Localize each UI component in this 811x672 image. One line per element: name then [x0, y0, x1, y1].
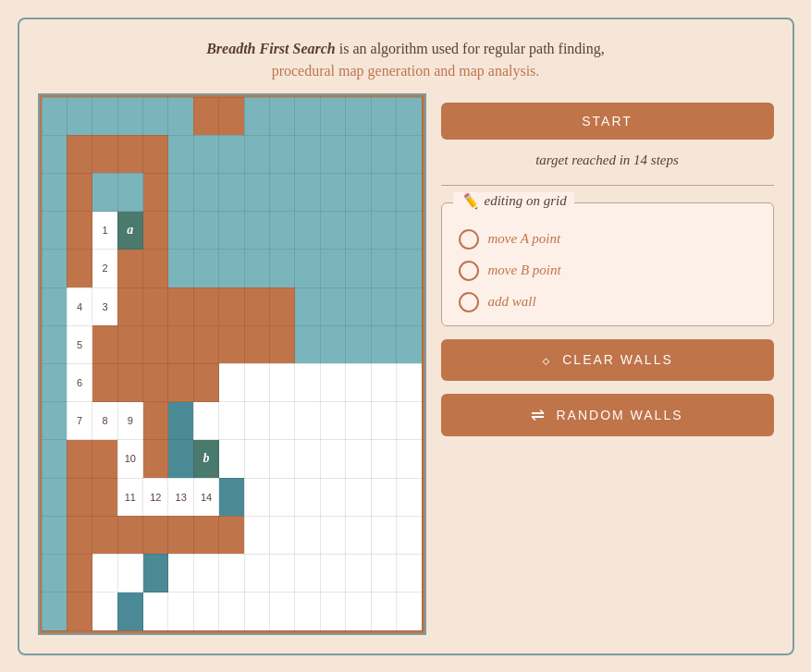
grid-cell[interactable]: [42, 250, 67, 287]
grid-cell-13[interactable]: 13: [168, 478, 193, 516]
radio-circle-b[interactable]: [459, 261, 479, 281]
grid-cell[interactable]: [117, 173, 142, 211]
grid-cell[interactable]: [67, 516, 92, 554]
grid-cell[interactable]: [42, 478, 67, 516]
grid-cell[interactable]: [193, 173, 218, 211]
grid-cell[interactable]: [92, 325, 117, 363]
grid-cell[interactable]: [67, 250, 92, 287]
grid-cell[interactable]: [396, 554, 422, 592]
grid-cell[interactable]: [168, 212, 193, 250]
grid-cell[interactable]: [219, 212, 244, 250]
grid-cell[interactable]: [396, 516, 422, 554]
grid-cell[interactable]: [270, 250, 295, 287]
grid-cell[interactable]: [168, 440, 193, 478]
grid-cell[interactable]: [295, 325, 320, 363]
grid-cell[interactable]: [371, 593, 396, 630]
grid-cell[interactable]: [371, 363, 396, 401]
grid-cell[interactable]: [295, 97, 320, 135]
grid-cell[interactable]: [346, 516, 371, 554]
grid-cell[interactable]: [143, 363, 168, 401]
grid-cell[interactable]: [346, 554, 371, 592]
grid-cell[interactable]: [270, 593, 295, 630]
grid-cell[interactable]: [295, 554, 320, 592]
grid-cell[interactable]: [295, 363, 320, 401]
grid-cell[interactable]: [193, 287, 218, 325]
grid-cell[interactable]: [270, 402, 295, 440]
clear-walls-button[interactable]: ⬦ CLEAR WALLS: [441, 339, 774, 381]
grid-cell[interactable]: [371, 250, 396, 287]
grid-cell[interactable]: [193, 593, 218, 630]
grid-cell[interactable]: [244, 554, 269, 592]
grid-cell[interactable]: [320, 212, 345, 250]
grid-cell[interactable]: [371, 173, 396, 211]
grid-cell[interactable]: [320, 440, 345, 478]
grid-cell[interactable]: [371, 402, 396, 440]
grid-cell[interactable]: [396, 593, 422, 630]
grid-cell[interactable]: [42, 516, 67, 554]
grid-cell[interactable]: [168, 402, 193, 440]
grid-cell-8[interactable]: 8: [92, 402, 117, 440]
grid-cell[interactable]: [67, 173, 92, 211]
grid-cell[interactable]: [92, 363, 117, 401]
grid-cell[interactable]: [92, 478, 117, 516]
grid-cell[interactable]: [42, 325, 67, 363]
grid-cell[interactable]: [117, 554, 142, 592]
grid-cell[interactable]: [320, 287, 345, 325]
start-button[interactable]: START: [441, 103, 774, 140]
grid-cell[interactable]: [346, 173, 371, 211]
grid-cell-6[interactable]: 6: [67, 363, 92, 401]
grid-cell[interactable]: [396, 478, 422, 516]
radio-circle-wall[interactable]: [459, 292, 479, 312]
grid-cell[interactable]: [270, 97, 295, 135]
grid-cell[interactable]: [117, 325, 142, 363]
grid-cell[interactable]: [244, 516, 269, 554]
grid-cell[interactable]: [143, 173, 168, 211]
grid-cell[interactable]: [270, 212, 295, 250]
grid-cell[interactable]: [396, 440, 422, 478]
grid-cell[interactable]: [396, 173, 422, 211]
grid-cell[interactable]: [244, 287, 269, 325]
grid-cell[interactable]: [143, 135, 168, 173]
grid-cell[interactable]: [193, 135, 218, 173]
grid-cell[interactable]: [371, 212, 396, 250]
grid-cell[interactable]: [168, 287, 193, 325]
grid-cell[interactable]: [168, 250, 193, 287]
grid-cell-5[interactable]: 5: [67, 325, 92, 363]
grid-cell[interactable]: [143, 554, 168, 592]
grid-cell[interactable]: [346, 593, 371, 630]
grid-cell[interactable]: [143, 440, 168, 478]
grid-cell[interactable]: [219, 173, 244, 211]
grid-cell[interactable]: [42, 173, 67, 211]
grid-cell[interactable]: [270, 478, 295, 516]
grid-cell[interactable]: [244, 402, 269, 440]
grid-cell-2[interactable]: 2: [92, 250, 117, 287]
grid-cell[interactable]: [346, 440, 371, 478]
grid-cell[interactable]: [143, 402, 168, 440]
grid-cell[interactable]: [117, 593, 142, 630]
grid-cell[interactable]: [168, 554, 193, 592]
grid-cell[interactable]: [193, 325, 218, 363]
grid-cell[interactable]: [295, 212, 320, 250]
grid-cell[interactable]: [295, 516, 320, 554]
grid-cell[interactable]: [320, 554, 345, 592]
grid-cell[interactable]: [193, 250, 218, 287]
grid-cell[interactable]: [219, 97, 244, 135]
grid-cell[interactable]: [346, 135, 371, 173]
grid-cell[interactable]: [117, 287, 142, 325]
grid-cell[interactable]: [244, 440, 269, 478]
grid-cell[interactable]: [396, 250, 422, 287]
grid-cell[interactable]: [295, 173, 320, 211]
grid-cell[interactable]: [320, 325, 345, 363]
grid-cell[interactable]: [396, 212, 422, 250]
grid-cell[interactable]: [117, 97, 142, 135]
grid-cell[interactable]: [244, 363, 269, 401]
grid-cell[interactable]: [92, 516, 117, 554]
grid-cell[interactable]: [371, 97, 396, 135]
grid-cell[interactable]: [168, 97, 193, 135]
grid-cell[interactable]: [219, 593, 244, 630]
random-walls-button[interactable]: ⇌ RANDOM WALLS: [441, 394, 774, 436]
grid-cell[interactable]: [320, 593, 345, 630]
grid-cell[interactable]: [244, 173, 269, 211]
grid-cell[interactable]: [346, 478, 371, 516]
grid-cell[interactable]: [371, 478, 396, 516]
